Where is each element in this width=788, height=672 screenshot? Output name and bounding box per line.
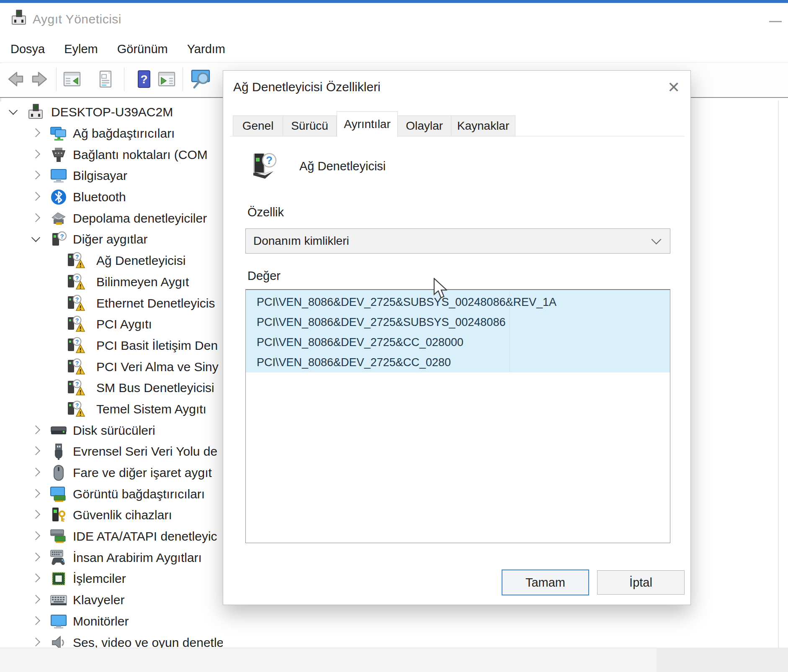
chevron-collapsed-icon[interactable] [31, 149, 40, 158]
tree-item-bilinmeyen-ayg-t[interactable]: ?Bilinmeyen Aygıt [0, 272, 223, 293]
scan-hardware-icon[interactable] [189, 68, 215, 90]
tree-item-baglant-noktalar-com[interactable]: Bağlantı noktaları (COM [0, 144, 223, 165]
tree-item-diger-ayg-tlar[interactable]: ?Diğer aygıtlar [0, 229, 223, 250]
chevron-collapsed-icon[interactable] [31, 489, 40, 498]
tree-item-label: Ses, video ve oyun denetleyicileri [73, 636, 223, 648]
svg-text:?: ? [75, 338, 79, 345]
tree-item-label: Monitörler [73, 614, 129, 628]
toolbar-separator [124, 67, 124, 91]
action-pane-icon[interactable] [157, 68, 177, 90]
keyboards-icon [49, 591, 68, 609]
chevron-collapsed-icon[interactable] [31, 128, 40, 137]
chevron-collapsed-icon[interactable] [31, 192, 40, 201]
property-dropdown[interactable]: Donanım kimlikleri [245, 228, 670, 254]
menu-yard-m[interactable]: Yardım [187, 42, 225, 56]
unknown-device-warning-icon: ? [66, 273, 90, 291]
tree-item-goruntu-bagdast-r-c-lar[interactable]: Görüntü bağdaştırıcıları [0, 483, 223, 505]
properties-sheet-icon[interactable] [95, 68, 116, 90]
tree-item-pci-basit-iletisim-den[interactable]: ?PCI Basit İletişim Den [0, 335, 223, 357]
property-label: Özellik [247, 205, 284, 219]
tree-item-ag-bagdast-r-c-lar[interactable]: Ağ bağdaştırıcıları [0, 123, 223, 144]
tree-item-sm-bus-denetleyicisi[interactable]: ?SM Bus Denetleyicisi [0, 377, 223, 399]
processors-icon [49, 569, 68, 588]
tree-item-evrensel-seri-veri-yolu-de[interactable]: Evrensel Seri Veri Yolu de [0, 441, 223, 462]
value-list-item[interactable]: PCI\VEN_8086&DEV_2725&SUBSYS_00248086 [246, 312, 670, 332]
tab-olaylar[interactable]: Olaylar [398, 115, 451, 136]
tab-kaynaklar[interactable]: Kaynaklar [451, 115, 515, 136]
tree-item-label: Ethernet Denetleyicis [96, 296, 215, 310]
chevron-expanded-icon[interactable] [9, 106, 18, 115]
tree-item-disk-suruculeri[interactable]: Disk sürücüleri [0, 420, 223, 441]
property-dropdown-value: Donanım kimlikleri [253, 234, 653, 248]
minimize-button[interactable] [765, 12, 786, 31]
storage-controllers-icon [49, 209, 68, 228]
console-tree-icon[interactable] [62, 68, 82, 90]
dialog-close-button[interactable]: ✕ [663, 77, 685, 98]
chevron-collapsed-icon[interactable] [31, 531, 40, 540]
chevron-collapsed-icon[interactable] [31, 637, 40, 646]
chevron-collapsed-icon[interactable] [31, 425, 40, 434]
tree-item-insan-arabirim-ayg-tlar[interactable]: İnsan Arabirim Aygıtları [0, 547, 223, 568]
security-devices-icon [49, 506, 68, 524]
svg-text:?: ? [75, 359, 79, 366]
value-list-item[interactable]: PCI\VEN_8086&DEV_2725&CC_028000 [246, 332, 670, 352]
svg-text:?: ? [75, 274, 79, 281]
tree-item-ethernet-denetleyicis[interactable]: ?Ethernet Denetleyicis [0, 292, 223, 314]
svg-text:?: ? [75, 402, 79, 408]
value-list[interactable]: PCI\VEN_8086&DEV_2725&SUBSYS_00248086&RE… [245, 289, 670, 543]
tree-item-klavyeler[interactable]: Klavyeler [0, 590, 223, 611]
tree-item-ag-denetleyicisi[interactable]: ?Ağ Denetleyicisi [0, 250, 223, 272]
tab-ayr-nt-lar[interactable]: Ayrıntılar [337, 111, 398, 137]
menu-eylem[interactable]: Eylem [64, 42, 98, 56]
device-tree: DESKTOP-U39AC2MAğ bağdaştırıcılarıBağlan… [0, 102, 223, 648]
tree-item-desktop-u39ac2m[interactable]: DESKTOP-U39AC2M [0, 102, 223, 123]
monitors-icon [49, 612, 68, 631]
tree-item-bilgisayar[interactable]: Bilgisayar [0, 165, 223, 187]
sound-icon [49, 634, 68, 648]
forward-arrow-icon[interactable] [30, 68, 50, 90]
chevron-collapsed-icon[interactable] [31, 468, 40, 477]
tree-item-label: Klavyeler [73, 593, 124, 607]
tree-item-fare-ve-diger-isaret-ayg-t[interactable]: Fare ve diğer işaret aygıt [0, 462, 223, 484]
tree-item-label: PCI Veri Alma ve Siny [96, 360, 219, 374]
tree-item-guvenlik-cihazlar[interactable]: Güvenlik cihazları [0, 505, 223, 526]
chevron-collapsed-icon[interactable] [31, 595, 40, 604]
tab-genel[interactable]: Genel [233, 115, 283, 136]
value-list-item[interactable]: PCI\VEN_8086&DEV_2725&CC_0280 [246, 352, 670, 372]
tree-item-monitorler[interactable]: Monitörler [0, 611, 223, 632]
chevron-expanded-icon[interactable] [31, 233, 40, 242]
tree-item-pci-veri-alma-ve-siny[interactable]: ?PCI Veri Alma ve Siny [0, 356, 223, 377]
chevron-collapsed-icon[interactable] [31, 171, 40, 180]
chevron-collapsed-icon[interactable] [31, 574, 40, 582]
tree-item-temel-sistem-ayg-t[interactable]: ?Temel Sistem Aygıtı [0, 399, 223, 420]
menu-dosya[interactable]: Dosya [10, 42, 45, 56]
tree-item-ide-ata-atapi-denetleyic[interactable]: IDE ATA/ATAPI denetleyic [0, 526, 223, 547]
chevron-collapsed-icon[interactable] [31, 510, 40, 519]
bluetooth-icon [49, 188, 68, 206]
properties-dialog: Ağ Denetleyicisi Özellikleri ✕ GenelSürü… [223, 70, 691, 605]
tree-item-bluetooth[interactable]: Bluetooth [0, 187, 223, 208]
chevron-down-icon [651, 234, 661, 244]
unknown-device-warning-icon: ? [66, 400, 90, 418]
unknown-device-warning-icon: ? [66, 336, 90, 355]
value-list-item[interactable]: PCI\VEN_8086&DEV_2725&SUBSYS_00248086&RE… [246, 292, 670, 312]
chevron-collapsed-icon[interactable] [31, 213, 40, 222]
unknown-device-warning-icon: ? [66, 379, 90, 397]
tree-item-pci-ayg-t[interactable]: ?PCI Aygıtı [0, 314, 223, 335]
tree-item-islemciler[interactable]: İşlemciler [0, 568, 223, 590]
help-icon[interactable]: ? [134, 68, 154, 90]
tree-item-ses-video-ve-oyun-denetleyicileri[interactable]: Ses, video ve oyun denetleyicileri [0, 632, 223, 648]
chevron-collapsed-icon[interactable] [31, 616, 40, 625]
tree-item-label: Diğer aygıtlar [73, 232, 147, 246]
back-arrow-icon[interactable] [5, 68, 25, 90]
cancel-button[interactable]: İptal [597, 570, 685, 595]
svg-text:?: ? [140, 73, 147, 86]
chevron-collapsed-icon[interactable] [31, 446, 40, 455]
tree-item-label: Disk sürücüleri [73, 423, 155, 438]
tree-item-depolama-denetleyiciler[interactable]: Depolama denetleyiciler [0, 208, 223, 229]
panel-divider [778, 100, 779, 648]
tab-surucu[interactable]: Sürücü [283, 115, 337, 136]
ok-button[interactable]: Tamam [502, 569, 589, 595]
menu-gorunum[interactable]: Görünüm [117, 42, 168, 56]
chevron-collapsed-icon[interactable] [31, 552, 40, 561]
